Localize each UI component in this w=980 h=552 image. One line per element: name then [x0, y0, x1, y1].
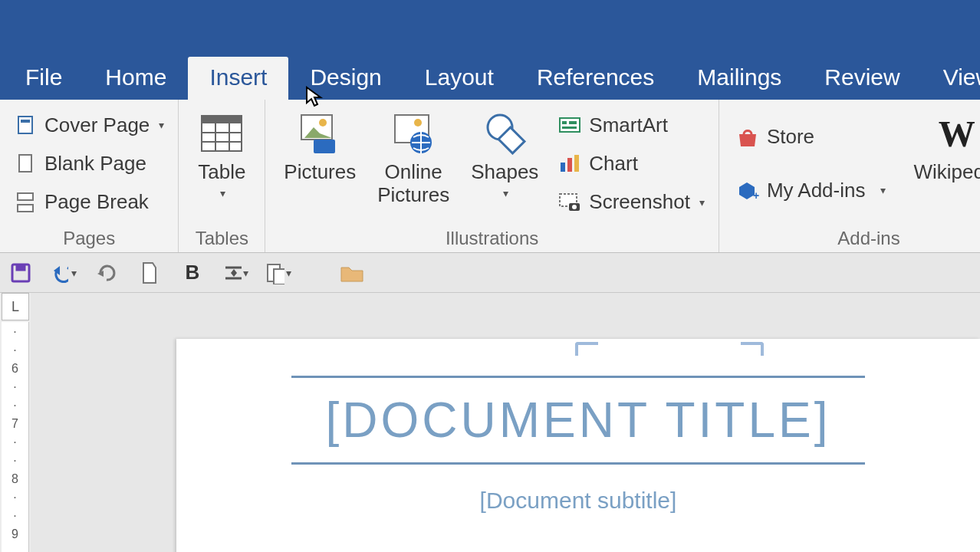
smartart-button[interactable]: SmartArt: [554, 110, 709, 140]
redo-button[interactable]: [94, 260, 120, 286]
svg-marker-39: [231, 273, 237, 277]
my-addins-button[interactable]: + My Add-ins ▾: [732, 176, 891, 205]
blank-page-icon: [14, 153, 37, 173]
ruler-mark: ·: [13, 435, 16, 449]
screenshot-label: Screenshot: [589, 190, 690, 214]
table-button[interactable]: Table ▾: [186, 104, 257, 223]
tab-review[interactable]: Review: [803, 57, 921, 100]
chevron-down-icon: ▾: [699, 196, 705, 209]
chevron-down-icon: ▾: [880, 184, 886, 196]
vertical-ruler[interactable]: · · 6 · · 7 · · 8 · · 9: [2, 322, 29, 552]
chart-button[interactable]: Chart: [554, 149, 709, 179]
cover-page-button[interactable]: Cover Page ▾: [9, 110, 169, 140]
svg-rect-24: [562, 127, 577, 129]
my-addins-label: My Add-ins: [767, 179, 866, 202]
svg-rect-3: [18, 193, 33, 200]
ruler-mark: 6: [12, 362, 18, 376]
online-pictures-button[interactable]: Online Pictures: [367, 104, 460, 223]
svg-rect-27: [574, 155, 579, 172]
ruler-mark: ·: [13, 325, 16, 339]
open-folder-button[interactable]: [339, 260, 365, 286]
svg-rect-1: [21, 120, 30, 123]
tab-layout[interactable]: Layout: [403, 57, 515, 100]
ribbon: Cover Page ▾ Blank Page Page Break Page: [0, 100, 980, 253]
ruler-mark: ·: [13, 380, 16, 394]
chart-icon: [558, 153, 581, 173]
svg-marker-38: [231, 269, 237, 273]
svg-rect-6: [202, 116, 242, 123]
online-pictures-icon: [389, 109, 438, 158]
paste-button[interactable]: ▾: [265, 260, 291, 286]
ruler-mark: 8: [12, 472, 18, 486]
quick-access-toolbar: ▾ B ▾ ▾: [0, 253, 980, 293]
table-icon: [197, 109, 246, 158]
tab-file[interactable]: File: [4, 57, 84, 100]
store-label: Store: [767, 125, 814, 149]
tab-home[interactable]: Home: [84, 57, 188, 100]
shapes-button[interactable]: Shapes ▾: [460, 104, 549, 223]
my-addins-icon: +: [736, 180, 759, 200]
ribbon-tabstrip: File Home Insert Design Layout Reference…: [0, 11, 980, 100]
svg-rect-15: [320, 150, 329, 153]
screenshot-button[interactable]: Screenshot ▾: [554, 187, 709, 217]
document-area[interactable]: [DOCUMENT TITLE] [Document subtitle]: [31, 293, 980, 552]
tab-insert[interactable]: Insert: [188, 57, 288, 100]
spacing-button[interactable]: ▾: [222, 260, 248, 286]
pictures-label: Pictures: [284, 161, 356, 184]
blank-page-button[interactable]: Blank Page: [9, 149, 169, 179]
svg-point-12: [319, 119, 327, 127]
svg-point-30: [572, 205, 577, 209]
save-button[interactable]: [8, 260, 34, 286]
store-icon: [736, 127, 759, 147]
svg-rect-26: [567, 158, 572, 172]
svg-rect-0: [18, 117, 32, 133]
svg-rect-4: [18, 205, 33, 212]
ruler-corner[interactable]: L: [2, 293, 29, 320]
ruler-mark: ·: [13, 491, 16, 504]
pictures-button[interactable]: Pictures: [273, 104, 367, 223]
placeholder-bracket-icon: [741, 342, 764, 356]
shapes-label: Shapes: [471, 161, 538, 184]
ruler-mark: ·: [13, 343, 16, 357]
cover-page-label: Cover Page: [44, 113, 150, 137]
new-doc-button[interactable]: [136, 260, 163, 286]
cover-page-icon: [14, 115, 37, 135]
page-break-button[interactable]: Page Break: [9, 187, 169, 217]
tab-view[interactable]: View: [922, 57, 980, 100]
svg-rect-21: [560, 118, 580, 132]
chevron-down-icon: ▾: [220, 187, 225, 199]
bold-button[interactable]: B: [179, 260, 206, 286]
group-pages: Cover Page ▾ Blank Page Page Break Page: [0, 100, 179, 252]
page-break-label: Page Break: [44, 190, 149, 214]
ruler-mark: ·: [13, 509, 16, 523]
screenshot-icon: [558, 192, 581, 212]
online-pictures-label: Online Pictures: [377, 161, 449, 207]
divider: [291, 462, 865, 465]
divider: [291, 376, 865, 378]
smartart-label: SmartArt: [589, 113, 668, 137]
tab-mailings[interactable]: Mailings: [676, 57, 803, 100]
page[interactable]: [DOCUMENT TITLE] [Document subtitle]: [176, 339, 980, 552]
undo-button[interactable]: ▾: [51, 260, 77, 286]
online-pictures-label-2: Pictures: [377, 183, 449, 206]
tab-references[interactable]: References: [515, 57, 676, 100]
svg-rect-41: [274, 269, 284, 284]
mouse-cursor: [305, 86, 324, 109]
page-break-icon: [14, 192, 37, 212]
chevron-down-icon: ▾: [503, 187, 508, 199]
svg-rect-22: [562, 121, 567, 124]
shapes-icon: [480, 109, 529, 158]
group-illustrations: Pictures Online Pictures Shapes ▾: [265, 100, 719, 252]
ruler-mark: 9: [12, 527, 18, 541]
store-button[interactable]: Store: [732, 122, 891, 152]
title-block: [DOCUMENT TITLE] [Document subtitle]: [291, 376, 865, 514]
wikipedia-label: Wikipedia: [913, 161, 980, 184]
document-subtitle-placeholder[interactable]: [Document subtitle]: [291, 468, 865, 514]
wikipedia-button[interactable]: W Wikipedia: [903, 104, 980, 223]
wikipedia-icon: W: [932, 109, 980, 158]
group-addins-label: Add-ins: [727, 223, 980, 249]
document-title-placeholder[interactable]: [DOCUMENT TITLE]: [291, 381, 865, 459]
pictures-icon: [295, 109, 344, 158]
placeholder-bracket-icon: [575, 342, 598, 356]
chevron-down-icon: ▾: [71, 267, 77, 279]
